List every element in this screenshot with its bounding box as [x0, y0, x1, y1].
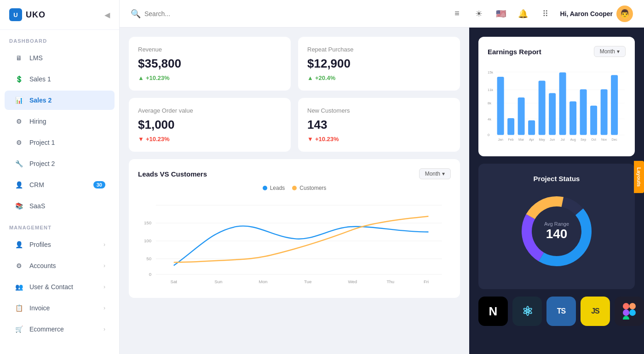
svg-text:Jul: Jul	[561, 138, 565, 141]
apps-icon[interactable]: ⠿	[538, 6, 552, 21]
avg-order-label: Average Order value	[138, 107, 282, 114]
sidebar-item-sales1[interactable]: 💲 Sales 1	[5, 69, 115, 89]
typescript-icon[interactable]: TS	[546, 297, 576, 326]
svg-text:11k: 11k	[488, 88, 493, 92]
sidebar-item-ecommerce[interactable]: 🛒 Ecommerce ›	[5, 320, 115, 339]
svg-text:Mon: Mon	[259, 279, 268, 284]
svg-text:Aug: Aug	[570, 138, 576, 142]
sidebar-label-accounts: Accounts	[29, 262, 56, 269]
svg-text:Sep: Sep	[581, 138, 586, 142]
bar-mar	[518, 97, 525, 135]
sidebar-label-project2: Project 2	[29, 160, 55, 167]
leads-dot	[263, 186, 267, 190]
sidebar-item-lms[interactable]: 🖥 LMS	[5, 48, 115, 68]
user-contact-icon: 👥	[14, 282, 24, 292]
earnings-title: Earnings Report	[488, 48, 541, 56]
nextjs-icon[interactable]: N	[478, 297, 508, 326]
react-icon[interactable]: ⚛	[512, 297, 542, 326]
ecommerce-chevron-icon: ›	[104, 326, 105, 332]
leads-chart-header: Leads VS Customers Month ▾	[138, 168, 451, 179]
sidebar-item-project1[interactable]: ⚙ Project 1	[5, 133, 115, 152]
sidebar-label-sales2: Sales 2	[29, 97, 52, 104]
user-contact-chevron-icon: ›	[104, 284, 105, 290]
flag-icon[interactable]: 🇺🇸	[494, 6, 508, 21]
header-right: ≡ ☀ 🇺🇸 🔔 ⠿ Hi, Aaron Cooper 👨	[449, 6, 633, 22]
earnings-chevron-down-icon: ▾	[617, 48, 620, 55]
donut-label: Avg Range	[544, 221, 569, 227]
sales2-icon: 📊	[14, 95, 24, 105]
figma-icon[interactable]	[615, 297, 644, 326]
leads-chart-svg: 0 50 100 150 Sat Sun Mon Tue Wed Thu Fri	[138, 195, 451, 287]
svg-rect-42	[623, 303, 629, 309]
search-area: 🔍	[131, 9, 442, 19]
stat-card-new-customers: New Customers 143 ▼ +10.23%	[298, 98, 460, 152]
svg-text:50: 50	[146, 256, 151, 261]
theme-icon[interactable]: ☀	[472, 6, 486, 21]
leads-month-button[interactable]: Month ▾	[419, 168, 451, 179]
crm-icon: 👤	[14, 180, 24, 190]
sidebar-item-hiring[interactable]: ⚙ Hiring	[5, 112, 115, 131]
project1-icon: ⚙	[14, 137, 24, 148]
donut-center: Avg Range 140	[544, 221, 569, 241]
svg-text:Apr: Apr	[529, 138, 535, 142]
legend-leads: Leads	[263, 185, 285, 191]
lms-icon: 🖥	[14, 53, 24, 63]
menu-icon[interactable]: ≡	[449, 6, 464, 21]
saas-icon: 📚	[14, 201, 24, 211]
svg-text:May: May	[539, 138, 545, 142]
ecommerce-icon: 🛒	[14, 324, 24, 334]
search-input[interactable]	[144, 10, 236, 17]
earnings-card: Earnings Report Month ▾ 0 4k 8k 11k 15k	[478, 37, 635, 156]
leads-chart-legend: Leads Customers	[138, 185, 451, 191]
earnings-month-button[interactable]: Month ▾	[594, 46, 626, 57]
sidebar-item-sales2[interactable]: 📊 Sales 2	[5, 91, 115, 110]
svg-text:Sun: Sun	[214, 279, 222, 284]
svg-text:Mar: Mar	[518, 138, 524, 141]
bar-may	[539, 80, 546, 135]
profiles-chevron-icon: ›	[104, 241, 105, 248]
logo: U UKO	[9, 8, 46, 21]
invoice-icon: 📋	[14, 303, 24, 313]
up-arrow-icon: ▲	[138, 74, 144, 81]
bar-dec	[611, 75, 618, 135]
sidebar-item-crm[interactable]: 👤 CRM 30	[5, 175, 115, 194]
svg-text:Oct: Oct	[591, 138, 596, 141]
leads-chart-card: Leads VS Customers Month ▾ Leads Custome…	[129, 159, 460, 298]
layouts-tab[interactable]: Layouts	[634, 161, 644, 193]
javascript-icon[interactable]: JS	[581, 297, 610, 326]
new-customers-label: New Customers	[307, 107, 451, 114]
accounts-icon: ⚙	[14, 261, 24, 271]
repeat-purchase-change: ▲ +20.4%	[307, 74, 451, 81]
avatar: 👨	[616, 6, 633, 22]
stat-card-repeat-purchase: Repeat Purchase $12,900 ▲ +20.4%	[298, 37, 460, 91]
svg-text:Wed: Wed	[348, 279, 357, 284]
sidebar-label-project1: Project 1	[29, 139, 55, 146]
customers-dot	[292, 186, 297, 190]
earnings-chart-svg: 0 4k 8k 11k 15k	[488, 63, 626, 145]
svg-text:0: 0	[488, 133, 489, 137]
donut-value: 140	[544, 227, 569, 241]
svg-rect-44	[623, 309, 629, 316]
sidebar-item-saas[interactable]: 📚 SaaS	[5, 196, 115, 216]
notification-icon[interactable]: 🔔	[516, 6, 530, 21]
sidebar-label-saas: SaaS	[29, 202, 45, 210]
sidebar-item-project2[interactable]: 🔧 Project 2	[5, 154, 115, 173]
svg-point-45	[629, 309, 636, 316]
sidebar-item-invoice[interactable]: 📋 Invoice ›	[5, 298, 115, 318]
bar-jul	[559, 73, 566, 135]
management-section-label: MANAGEMENT	[0, 217, 119, 234]
up-arrow-icon2: ▲	[307, 74, 313, 81]
sidebar-header: U UKO ◀	[0, 0, 119, 30]
sidebar-item-accounts[interactable]: ⚙ Accounts ›	[5, 256, 115, 275]
hiring-icon: ⚙	[14, 116, 24, 126]
bar-sep	[580, 89, 587, 135]
sidebar-collapse-button[interactable]: ◀	[104, 11, 110, 19]
svg-text:Fri: Fri	[424, 279, 429, 284]
accounts-chevron-icon: ›	[104, 263, 105, 269]
logo-text: UKO	[26, 10, 46, 20]
sidebar-item-profiles[interactable]: 👤 Profiles ›	[5, 235, 115, 254]
chevron-down-icon: ▾	[442, 171, 445, 177]
header: 🔍 ≡ ☀ 🇺🇸 🔔 ⠿ Hi, Aaron Cooper 👨	[120, 0, 644, 28]
sidebar-item-user-contact[interactable]: 👥 User & Contact ›	[5, 277, 115, 297]
bar-jan	[497, 77, 504, 135]
